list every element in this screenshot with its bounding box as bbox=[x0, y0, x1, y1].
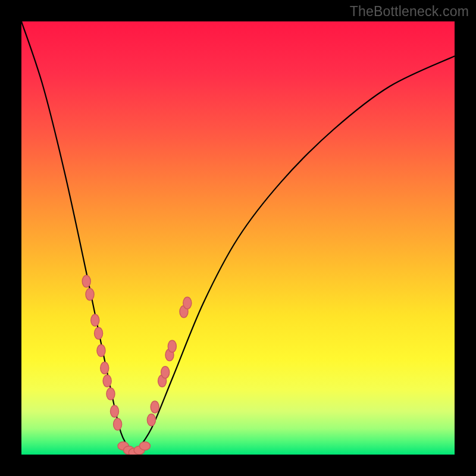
data-point bbox=[82, 275, 90, 287]
data-point bbox=[86, 289, 94, 300]
right-curve bbox=[134, 56, 455, 455]
data-points bbox=[82, 275, 192, 455]
data-point bbox=[161, 367, 170, 378]
data-point bbox=[151, 401, 159, 413]
data-point bbox=[147, 414, 155, 426]
curves-overlay bbox=[21, 21, 455, 455]
data-point bbox=[107, 388, 115, 400]
data-point bbox=[111, 405, 119, 417]
data-point bbox=[97, 345, 105, 356]
left-curve bbox=[21, 21, 134, 455]
data-point bbox=[95, 327, 103, 339]
data-point bbox=[168, 340, 176, 352]
data-point bbox=[183, 297, 192, 309]
data-point bbox=[101, 362, 109, 374]
data-point bbox=[114, 418, 122, 430]
chart-area bbox=[21, 21, 455, 455]
data-point bbox=[103, 375, 111, 387]
data-point bbox=[91, 314, 99, 326]
data-point bbox=[139, 441, 150, 450]
watermark-text: TheBottleneck.com bbox=[350, 4, 469, 20]
